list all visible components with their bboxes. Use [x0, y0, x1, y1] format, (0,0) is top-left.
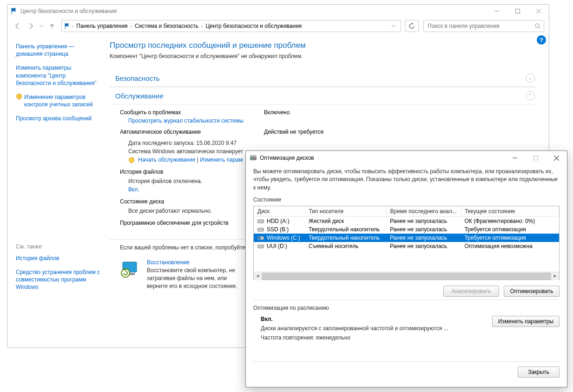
search-box[interactable]: [423, 20, 544, 32]
opt-intro-text: Вы можете оптимизировать диски, чтобы по…: [253, 168, 560, 192]
section-security-title: Безопасность: [115, 74, 160, 82]
change-schedule-button[interactable]: Изменить параметры: [492, 316, 560, 327]
drive-name-cell: HDD (A:): [254, 217, 305, 225]
security-flag-icon: [10, 7, 18, 15]
col-disk[interactable]: Диск: [254, 206, 305, 217]
back-button[interactable]: [12, 20, 23, 32]
drive-state-cell: Оптимизация невозможна: [461, 242, 559, 250]
drive-type-cell: Жесткий диск: [305, 217, 386, 226]
svg-point-14: [262, 229, 263, 230]
stability-log-link[interactable]: Просмотреть журнал стабильности системы: [128, 118, 531, 124]
sidebar-item-home[interactable]: Панель управления — домашняя страница: [16, 43, 101, 58]
address-bar[interactable]: › Панель управления › Система и безопасн…: [61, 20, 401, 32]
sidebar-item-archive[interactable]: Просмотр архива сообщений: [16, 115, 101, 122]
table-row[interactable]: Windows (C:)Твердотельный накопительРане…: [254, 234, 559, 242]
optimize-drives-window: Оптимизация дисков Вы можете оптимизиров…: [245, 150, 567, 387]
recovery-icon: [120, 259, 139, 279]
drive-type-cell: Съемный носитель: [305, 242, 386, 250]
svg-rect-10: [533, 156, 538, 160]
scroll-thumb[interactable]: [262, 273, 551, 280]
last-run-text: Дата последнего запуска: 15.06.2020 9:47: [128, 139, 531, 147]
svg-rect-16: [258, 237, 261, 239]
recovery-description: Восстановите свой компьютер, не затрагив…: [147, 267, 244, 290]
maximize-button[interactable]: [507, 5, 528, 18]
close-button[interactable]: [528, 5, 549, 18]
section-maintenance-title: Обслуживание: [115, 92, 164, 100]
refresh-button[interactable]: [405, 20, 419, 32]
schedule-line-2: Частота повторения: еженедельно: [261, 334, 492, 341]
drive-last-cell: Ранее не запускалась: [386, 225, 461, 234]
up-button[interactable]: [46, 20, 58, 32]
opt-maximize-button[interactable]: [525, 151, 546, 165]
report-problems-value: Включено: [264, 109, 290, 116]
chevron-right-icon: ›: [200, 24, 204, 29]
navigation-row: › Панель управления › Система и безопасн…: [7, 18, 549, 34]
see-also-header: См. также: [16, 243, 101, 250]
auto-maintenance-title: Автоматическое обслуживание: [120, 129, 264, 135]
address-flag-icon: [64, 23, 70, 29]
page-subheading: Компонент "Центр безопасности и обслужив…: [110, 53, 537, 59]
schedule-on-label: Вкл.: [261, 316, 492, 322]
opt-close-button[interactable]: [546, 151, 567, 165]
svg-rect-6: [250, 155, 257, 157]
drives-table-wrap: Диск Тип носителя Время последнего анал.…: [253, 206, 560, 280]
opt-minimize-button[interactable]: [504, 151, 525, 165]
col-type[interactable]: Тип носителя: [305, 206, 386, 217]
breadcrumb-item[interactable]: Система и безопасность: [133, 23, 200, 29]
forward-button[interactable]: [25, 20, 36, 32]
section-maintenance-header[interactable]: Обслуживание ⌃: [110, 87, 537, 105]
drive-name-cell: Windows (C:): [254, 234, 305, 242]
chevron-down-icon: ⌄: [526, 73, 535, 83]
see-also-compat-troubleshooter[interactable]: Средство устранения проблем с совместимо…: [16, 268, 101, 291]
optimize-button[interactable]: Оптимизировать: [504, 286, 560, 297]
scroll-left-icon[interactable]: ◄: [254, 272, 262, 280]
page-heading: Просмотр последних сообщений и решение п…: [110, 41, 537, 50]
col-last[interactable]: Время последнего анал...: [386, 206, 461, 217]
drive-name-cell: SSD (B:): [254, 225, 305, 234]
address-dropdown-icon[interactable]: [389, 24, 399, 28]
opt-titlebar: Оптимизация дисков: [246, 151, 567, 165]
analyze-button[interactable]: Анализировать: [443, 286, 499, 297]
help-icon[interactable]: ?: [537, 35, 546, 45]
shield-icon: [16, 93, 22, 100]
section-security-header[interactable]: Безопасность ⌄: [110, 70, 537, 87]
svg-rect-7: [250, 158, 253, 159]
schedule-line-1: Диски анализируются с запланированной ча…: [261, 325, 492, 332]
search-icon: [534, 23, 541, 29]
svg-point-12: [262, 221, 263, 222]
sidebar-item-uac[interactable]: Изменение параметров контроля учетных за…: [24, 93, 101, 108]
sidebar: Панель управления — домашняя страница Из…: [7, 34, 106, 347]
close-dialog-button[interactable]: Закрыть: [518, 366, 560, 378]
drive-name-cell: UUI (D:): [254, 242, 305, 250]
optimize-drives-icon: [250, 154, 257, 162]
recent-dropdown[interactable]: [38, 20, 45, 32]
table-row[interactable]: HDD (A:)Жесткий дискРанее не запускалась…: [254, 217, 559, 226]
schedule-header: Оптимизация по расписанию: [253, 305, 560, 311]
minimize-button[interactable]: [486, 5, 507, 18]
breadcrumb-item[interactable]: Панель управления: [74, 23, 129, 29]
col-state[interactable]: Текущее состояние: [461, 206, 559, 217]
breadcrumb-item[interactable]: Центр безопасности и обслуживания: [204, 23, 303, 29]
start-maintenance-link[interactable]: Начать обслуживание: [138, 157, 195, 163]
table-row[interactable]: SSD (B:)Твердотельный накопительРанее не…: [254, 225, 559, 234]
change-maintenance-link[interactable]: Изменить парам: [200, 157, 243, 163]
chevron-right-icon: ›: [71, 24, 74, 29]
svg-rect-0: [515, 9, 520, 13]
svg-rect-9: [255, 158, 256, 159]
table-row[interactable]: UUI (D:)Съемный носительРанее не запуска…: [254, 242, 559, 250]
svg-rect-8: [253, 158, 255, 159]
horizontal-scrollbar[interactable]: ◄ ►: [254, 272, 559, 280]
report-problems-label: Сообщить о проблемах: [120, 109, 264, 116]
svg-point-1: [535, 24, 539, 27]
chevron-right-icon: ›: [130, 24, 133, 29]
drive-state-cell: Требуется оптимизация: [461, 225, 559, 234]
sidebar-item-change-settings[interactable]: Изменить параметры компонента "Центр без…: [16, 64, 101, 87]
drives-table[interactable]: Диск Тип носителя Время последнего анал.…: [254, 206, 559, 250]
opt-status-label: Состояние: [253, 196, 560, 203]
drive-last-cell: Ранее не запускалась: [386, 217, 461, 226]
recovery-link[interactable]: Восстановление: [147, 259, 244, 266]
drive-last-cell: Ранее не запускалась: [386, 234, 461, 242]
search-input[interactable]: [427, 22, 534, 30]
scroll-right-icon[interactable]: ►: [551, 272, 559, 280]
see-also-file-history[interactable]: История файлов: [16, 255, 101, 262]
